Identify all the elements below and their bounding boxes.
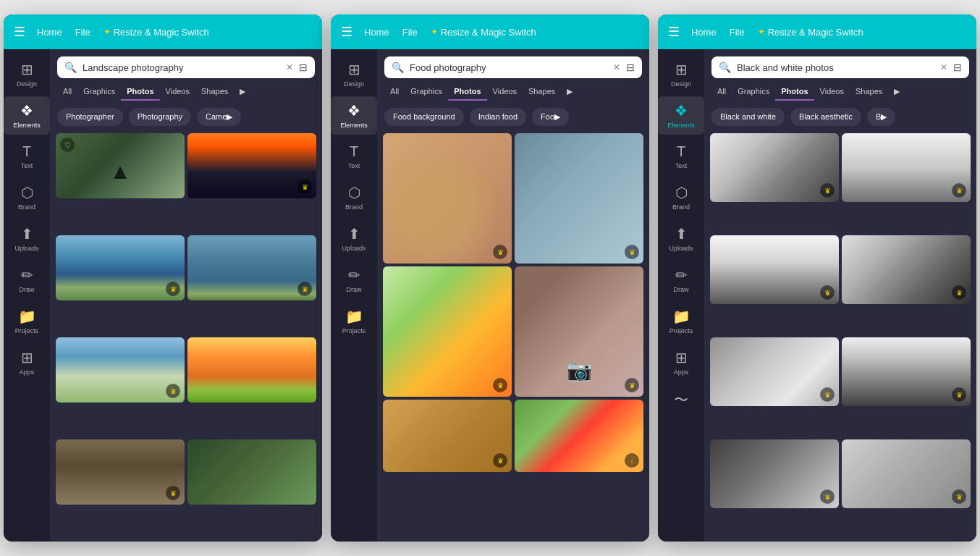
food-img-5[interactable]: ♛ [383,400,512,472]
landscape-img-1[interactable]: ♡ [56,133,185,198]
food-img-1[interactable]: ♛ [383,133,512,264]
landscape-img-6[interactable] [187,337,316,403]
chip-photography-1[interactable]: Photography [129,108,191,126]
nav-file-2[interactable]: File [402,27,418,38]
tab-all-3[interactable]: All [711,84,732,101]
tab-more-3[interactable]: ▶ [888,84,905,101]
tab-more-1[interactable]: ▶ [234,84,251,101]
food-img-6[interactable]: ↓ [515,400,643,472]
tab-shapes-3[interactable]: Shapes [850,84,888,101]
tab-all-1[interactable]: All [57,84,77,101]
landscape-img-2[interactable]: ♛ [187,133,316,198]
sidebar-design-3[interactable]: ⊞ Design [658,55,704,93]
nav-home-1[interactable]: Home [37,27,62,38]
bw-img-2[interactable]: ♛ [842,133,971,202]
sidebar-apps-1[interactable]: ⊞ Apps [4,343,50,382]
bw-img-1[interactable]: ♛ [710,133,839,202]
sidebar-design-1[interactable]: ⊞ Design [4,55,50,93]
tab-photos-3[interactable]: Photos [775,84,814,101]
food-img-2[interactable]: ♛ [515,133,643,264]
hamburger-icon-1[interactable]: ☰ [14,24,25,40]
nav-magic-3[interactable]: ✦ Resize & Magic Switch [758,27,863,38]
landscape-img-4[interactable]: ♛ [187,235,316,300]
sidebar-projects-1[interactable]: 📁 Projects [4,302,50,340]
chip-indian-food[interactable]: Indian food [470,108,526,126]
sidebar-uploads-2[interactable]: ⬆ Uploads [331,219,377,258]
bw-img-3[interactable]: ♛ [710,235,839,304]
elements-label-2: Elements [340,122,368,129]
food-crown-5: ♛ [493,453,507,468]
sidebar-projects-2[interactable]: 📁 Projects [331,302,377,340]
search-clear-3[interactable]: ✕ [940,62,947,72]
search-box-2[interactable]: 🔍 ✕ ⊟ [384,56,642,78]
sidebar-design-2[interactable]: ⊞ Design [331,55,377,93]
search-input-2[interactable] [410,62,607,73]
sidebar-draw-1[interactable]: ✏ Draw [4,261,50,299]
landscape-img-5[interactable]: ♛ [56,337,185,403]
chip-bw-more[interactable]: B▶ [867,108,895,126]
sidebar-text-2[interactable]: T Text [331,138,377,175]
sidebar-brand-3[interactable]: ⬡ Brand [658,178,704,216]
sidebar-elements-2[interactable]: ❖ Elements [331,96,377,135]
chip-bw[interactable]: Black and white [711,108,785,126]
sidebar-uploads-1[interactable]: ⬆ Uploads [4,219,50,258]
chip-photographer-1[interactable]: Photographer [57,108,123,126]
bw-img-8[interactable]: ♛ [842,439,971,508]
sidebar-elements-3[interactable]: ❖ Elements [658,96,704,135]
nav-home-2[interactable]: Home [364,27,389,38]
search-box-1[interactable]: 🔍 ✕ ⊟ [57,56,315,78]
sidebar-brand-1[interactable]: ⬡ Brand [4,178,50,216]
tab-videos-3[interactable]: Videos [814,84,850,101]
tab-videos-2[interactable]: Videos [487,84,523,101]
nav-home-3[interactable]: Home [691,27,717,38]
sidebar-text-3[interactable]: T Text [658,138,704,175]
tab-graphics-1[interactable]: Graphics [77,84,121,101]
filter-icon-2[interactable]: ⊟ [626,62,635,73]
sidebar-brand-2[interactable]: ⬡ Brand [331,178,377,216]
sidebar-draw-3[interactable]: ✏ Draw [658,261,704,299]
nav-file-1[interactable]: File [75,27,90,38]
food-img-4[interactable]: ♛ [515,266,643,397]
filter-icon-3[interactable]: ⊟ [953,62,962,73]
tab-shapes-2[interactable]: Shapes [523,84,561,101]
chip-more-2[interactable]: Foo▶ [532,108,569,126]
landscape-img-3[interactable]: ♛ [56,235,185,300]
chip-black-aesthetic[interactable]: Black aesthetic [790,108,861,126]
hamburger-icon-2[interactable]: ☰ [341,24,352,40]
tab-videos-1[interactable]: Videos [160,84,195,101]
nav-magic-2[interactable]: ✦ Resize & Magic Switch [431,27,536,38]
bw-img-5[interactable]: ♛ [710,337,839,406]
sidebar-apps-3[interactable]: ⊞ Apps [658,343,704,382]
food-img-3[interactable]: ♛ [383,266,512,397]
chips-row-1: Photographer Photography Came▶ [50,104,322,130]
search-clear-1[interactable]: ✕ [286,62,293,72]
search-input-3[interactable] [737,62,934,73]
search-clear-2[interactable]: ✕ [613,62,620,72]
sidebar-draw-2[interactable]: ✏ Draw [331,261,377,299]
search-input-1[interactable] [83,62,280,73]
sidebar-uploads-3[interactable]: ⬆ Uploads [658,219,704,258]
nav-file-3[interactable]: File [730,27,745,38]
filter-icon-1[interactable]: ⊟ [299,62,308,73]
tab-graphics-2[interactable]: Graphics [405,84,448,101]
search-box-3[interactable]: 🔍 ✕ ⊟ [711,56,969,78]
sidebar-projects-3[interactable]: 📁 Projects [658,302,704,340]
sidebar-text-1[interactable]: T Text [4,138,50,175]
tab-graphics-3[interactable]: Graphics [732,84,775,101]
sidebar-extra-3[interactable]: 〜 [658,384,704,418]
tab-shapes-1[interactable]: Shapes [195,84,234,101]
chip-more-1[interactable]: Came▶ [197,108,241,126]
sidebar-elements-1[interactable]: ❖ Elements [4,96,50,135]
chip-food-bg[interactable]: Food background [384,108,464,126]
nav-magic-1[interactable]: ✦ Resize & Magic Switch [104,27,209,38]
landscape-img-8[interactable] [187,439,316,505]
hamburger-icon-3[interactable]: ☰ [668,24,680,40]
tab-photos-1[interactable]: Photos [121,84,159,101]
tab-all-2[interactable]: All [384,84,405,101]
landscape-img-7[interactable]: ♛ [56,439,185,505]
bw-img-4[interactable]: ♛ [842,235,971,304]
bw-img-7[interactable]: ♛ [710,439,839,508]
tab-more-2[interactable]: ▶ [561,84,578,101]
bw-img-6[interactable]: ♛ [842,337,971,406]
tab-photos-2[interactable]: Photos [448,84,486,101]
